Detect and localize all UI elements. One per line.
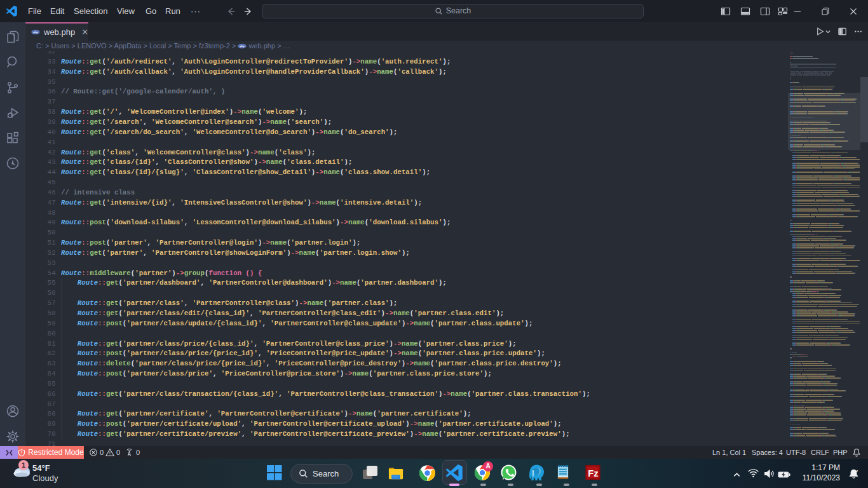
svg-text:php: php [240,44,245,48]
svg-text:Fz: Fz [588,468,598,478]
svg-text:z: z [856,469,858,473]
svg-text:php: php [33,30,38,34]
